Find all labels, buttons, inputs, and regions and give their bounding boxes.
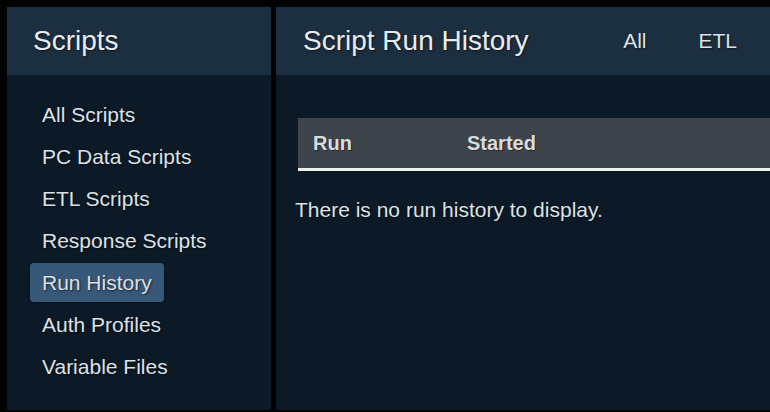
page-title: Script Run History (303, 25, 529, 57)
sidebar-item-label: Auth Profiles (30, 305, 173, 344)
run-history-panel: Script Run History All ETL Run Started T… (276, 7, 770, 410)
app-window: Scripts All Scripts PC Data Scripts ETL … (0, 0, 770, 412)
column-header-started: Started (467, 132, 536, 155)
sidebar-title: Scripts (33, 25, 119, 57)
sidebar-item-run-history[interactable]: Run History (7, 261, 271, 303)
sidebar-item-response-scripts[interactable]: Response Scripts (7, 219, 271, 261)
sidebar-item-auth-profiles[interactable]: Auth Profiles (7, 303, 271, 345)
scripts-sidebar: Scripts All Scripts PC Data Scripts ETL … (7, 7, 271, 410)
sidebar-item-label: PC Data Scripts (30, 137, 203, 176)
sidebar-item-label-active: Run History (30, 263, 164, 302)
filter-all[interactable]: All (623, 29, 646, 53)
sidebar-item-pc-data-scripts[interactable]: PC Data Scripts (7, 135, 271, 177)
sidebar-item-label: All Scripts (30, 95, 147, 134)
sidebar-item-label: Response Scripts (30, 221, 219, 260)
sidebar-item-label: Variable Files (30, 347, 180, 386)
sidebar-item-etl-scripts[interactable]: ETL Scripts (7, 177, 271, 219)
column-header-run: Run (313, 132, 467, 155)
filter-etl[interactable]: ETL (698, 29, 737, 53)
sidebar-item-variable-files[interactable]: Variable Files (7, 345, 271, 387)
sidebar-nav-list: All Scripts PC Data Scripts ETL Scripts … (7, 75, 271, 387)
sidebar-item-label: ETL Scripts (30, 179, 162, 218)
run-history-table-header: Run Started (298, 118, 770, 171)
filter-group: All ETL (623, 29, 770, 53)
sidebar-item-all-scripts[interactable]: All Scripts (7, 93, 271, 135)
main-header: Script Run History All ETL (276, 7, 770, 75)
sidebar-header: Scripts (7, 7, 271, 75)
empty-state-message: There is no run history to display. (295, 198, 770, 222)
